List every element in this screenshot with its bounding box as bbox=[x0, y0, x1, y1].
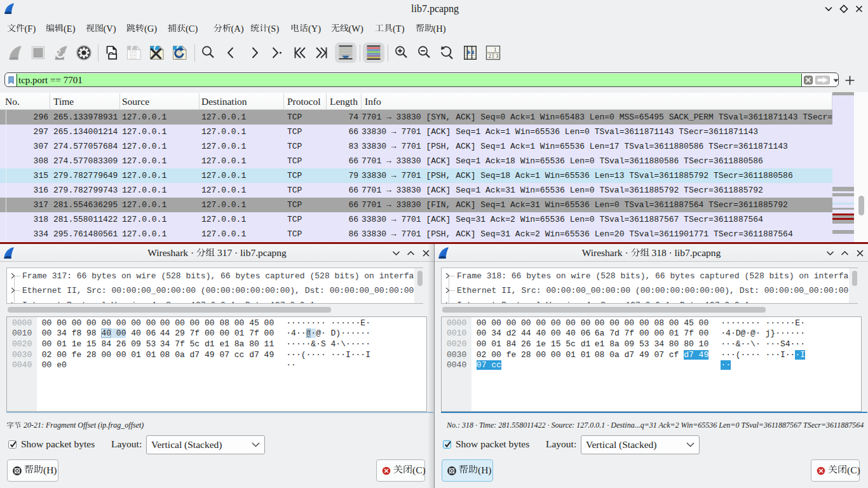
svg-text:3: 3 bbox=[496, 53, 498, 59]
svg-text:2: 2 bbox=[489, 53, 491, 59]
svg-text:1: 1 bbox=[494, 47, 496, 53]
svg-text:0111: 0111 bbox=[130, 57, 137, 60]
